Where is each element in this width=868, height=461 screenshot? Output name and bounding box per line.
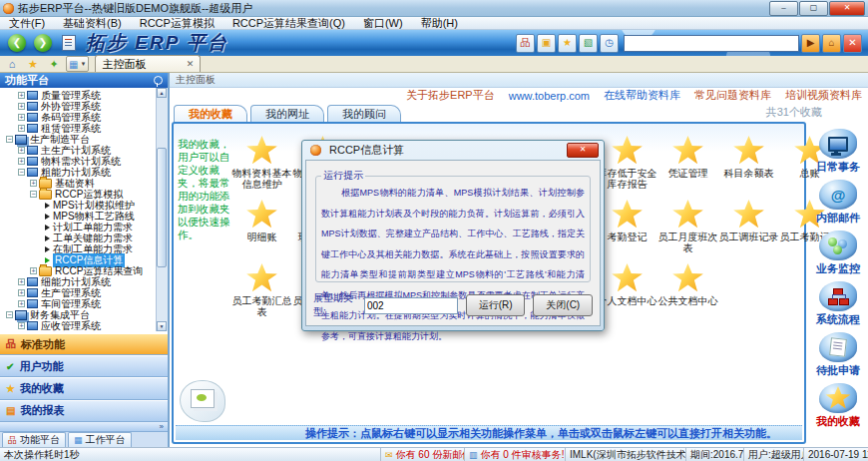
menu-window[interactable]: 窗口(W): [354, 16, 412, 31]
rail-item-internal-mail[interactable]: @内部邮件: [816, 180, 860, 226]
tab-my-consultant[interactable]: 我的顾问: [327, 105, 401, 123]
go-button[interactable]: ▶: [801, 34, 820, 53]
dialog-close-button[interactable]: ✕: [567, 143, 599, 158]
menu-base-data[interactable]: 基础资料(B): [54, 16, 131, 31]
run-button[interactable]: 运行(R): [466, 294, 526, 316]
menu-rccp-simulation[interactable]: RCCP运算模拟: [131, 16, 223, 31]
favorite-item[interactable]: 员工调班记录: [718, 200, 779, 253]
rail-item-daily-affairs[interactable]: 日常事务: [816, 129, 860, 175]
expand-icon[interactable]: +: [18, 125, 25, 132]
expand-icon[interactable]: +: [30, 267, 37, 274]
menu-rccp-result-query[interactable]: RCCP运算结果查询(Q): [223, 16, 354, 31]
favorite-item[interactable]: 员工月度班次表: [657, 200, 718, 253]
expand-icon[interactable]: +: [18, 278, 25, 285]
platform-icon: [15, 135, 27, 145]
expand-icon[interactable]: +: [18, 300, 25, 307]
flowchart-tool-icon[interactable]: 品: [516, 34, 535, 53]
horizon-type-input[interactable]: [364, 297, 458, 314]
menu-help[interactable]: 帮助(H): [412, 16, 467, 31]
collapse-icon[interactable]: −: [6, 311, 13, 318]
run-tips-text: 根据MPS物料的能力清单、MPS模拟计划结果、计划控制参数计算粗能力计划表及个时…: [321, 183, 585, 346]
tree-item-ar-mgmt[interactable]: +应收管理系统: [0, 320, 168, 331]
flowchart-icon: [819, 281, 857, 311]
link-training-videos[interactable]: 培训视频资料库: [785, 88, 862, 103]
rail-item-business-monitor[interactable]: 业务监控: [816, 230, 860, 276]
expand-icon[interactable]: +: [18, 147, 25, 154]
maximize-button[interactable]: ▢: [799, 1, 828, 16]
expand-icon[interactable]: +: [30, 180, 37, 187]
sidebar-button-standard-functions[interactable]: 品标准功能: [0, 333, 168, 355]
add-favorite-folder-icon[interactable]: ▣: [537, 34, 556, 53]
shortcut-rail: 日常事务 @内部邮件 业务监控 系统流程 待批申请 我的收藏: [810, 129, 866, 434]
system-icon: [27, 102, 38, 111]
favorite-item[interactable]: 库存低于安全库存报告: [597, 136, 657, 190]
tab-close-icon[interactable]: ✕: [187, 59, 195, 69]
star-icon[interactable]: ★: [24, 57, 42, 72]
favorite-item[interactable]: 员工考勤汇总表: [231, 263, 292, 317]
link-about[interactable]: 关于拓步ERP平台: [406, 88, 495, 103]
dialog-titlebar[interactable]: RCCP信息计算 ✕: [305, 141, 601, 160]
system-icon: [27, 157, 38, 166]
bottom-tab-function-platform[interactable]: 品功能平台: [2, 432, 66, 447]
minimize-button[interactable]: –: [769, 1, 798, 16]
favorite-item[interactable]: 明细账: [231, 200, 292, 253]
sidebar-button-my-favorites[interactable]: ★我的收藏: [0, 377, 168, 399]
tab-my-favorites[interactable]: 我的收藏: [174, 105, 247, 123]
history-clock-icon[interactable]: ◷: [600, 34, 619, 53]
status-company-marquee: IMLK(深圳市拓步软件技术有限公: [566, 448, 686, 461]
document-icon: [62, 35, 76, 51]
close-button[interactable]: ✕: [829, 1, 865, 16]
app-logo-icon: [3, 3, 14, 14]
pin-icon[interactable]: [154, 76, 163, 85]
collapse-icon[interactable]: −: [6, 136, 13, 143]
scroll-down-icon[interactable]: ▼: [157, 321, 167, 331]
expand-icon[interactable]: +: [18, 158, 25, 165]
tab-my-urls[interactable]: 我的网址: [250, 105, 324, 123]
close-tab-button[interactable]: ✕: [843, 34, 862, 53]
sparkle-icon[interactable]: ✦: [45, 57, 63, 72]
expand-icon[interactable]: +: [18, 114, 25, 121]
quick-search-input[interactable]: [624, 35, 799, 52]
expand-icon[interactable]: +: [18, 103, 25, 110]
favorite-item[interactable]: 凭证管理: [657, 136, 718, 190]
tab-list-button[interactable]: ▦ ▼: [66, 56, 89, 72]
expand-icon[interactable]: +: [18, 289, 25, 296]
status-new-mail[interactable]: ✉你有 60 份新邮件!: [381, 448, 465, 461]
favorite-item[interactable]: 个人文档中心: [597, 263, 657, 317]
status-audit-tasks[interactable]: ▥你有 0 件审核事务!: [465, 448, 566, 461]
expand-icon[interactable]: +: [18, 322, 25, 329]
dialog-close-action-button[interactable]: 关闭(C): [533, 294, 593, 316]
favorite-item[interactable]: 物料资料基本信息维护: [231, 136, 292, 190]
favorite-item[interactable]: 考勤登记: [597, 200, 657, 253]
collapse-icon[interactable]: −: [30, 191, 37, 198]
operation-tip-marquee: 操作提示：点鼠标右键可以显示相关功能操作菜单，单击或双击鼠标左键可以直接打开相关…: [176, 425, 802, 440]
favorite-item[interactable]: 公共文档中心: [657, 263, 718, 317]
home-button[interactable]: ⌂: [822, 34, 841, 53]
menu-file[interactable]: 文件(F): [0, 16, 54, 31]
rail-item-system-flow[interactable]: 系统流程: [816, 281, 860, 327]
back-button[interactable]: ❮: [8, 34, 26, 52]
sidebar-button-my-reports[interactable]: ▤我的报表: [0, 400, 168, 422]
bottom-tab-work-platform[interactable]: ▦工作平台: [68, 432, 132, 447]
picture-tool-icon[interactable]: ▧: [579, 34, 598, 53]
expand-icon[interactable]: +: [18, 92, 25, 99]
favorite-star-icon[interactable]: ★: [558, 34, 577, 53]
leaf-arrow-icon: [45, 214, 50, 220]
sidebar-button-user-functions[interactable]: ✔用户功能: [0, 355, 168, 377]
tab-main-panel[interactable]: 主控面板 ✕: [95, 55, 201, 72]
rail-item-my-favorites[interactable]: 我的收藏: [816, 383, 860, 429]
forward-button[interactable]: ❯: [34, 34, 52, 52]
at-mail-icon: @: [819, 180, 857, 210]
favorite-item[interactable]: 科目余额表: [718, 136, 779, 190]
home-icon[interactable]: ⌂: [3, 57, 21, 72]
link-faq[interactable]: 常见问题资料库: [694, 88, 771, 103]
link-online-help[interactable]: 在线帮助资料库: [604, 88, 680, 103]
scroll-thumb[interactable]: [157, 148, 167, 267]
tree-scrollbar[interactable]: ▲ ▼: [156, 88, 168, 331]
link-website[interactable]: www.toberp.com: [509, 90, 590, 102]
scroll-up-icon[interactable]: ▲: [157, 88, 167, 98]
status-elapsed: 本次操作耗时1秒: [0, 448, 381, 461]
sidebar-more-bar[interactable]: »: [0, 422, 168, 432]
collapse-icon[interactable]: −: [18, 169, 25, 176]
rail-item-pending-approvals[interactable]: 待批申请: [816, 332, 860, 378]
